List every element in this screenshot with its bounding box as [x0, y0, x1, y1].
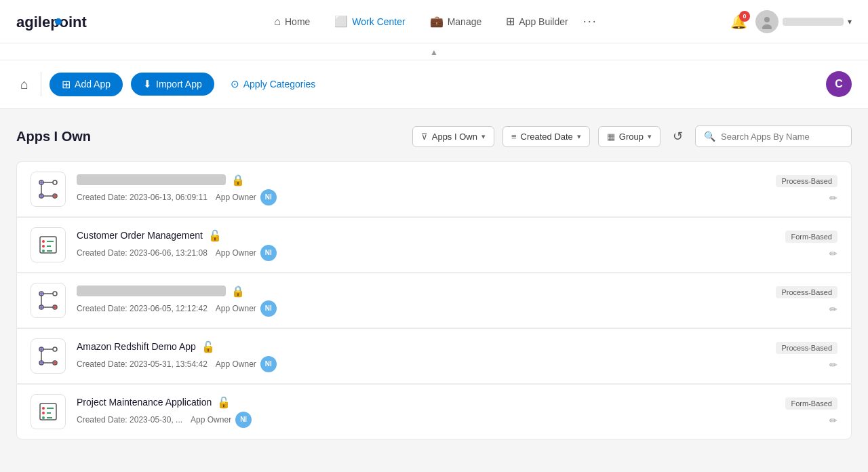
app-name — [77, 286, 226, 296]
app-name: Customer Order Management — [77, 230, 203, 241]
owner-avatar: NI — [260, 189, 277, 205]
app-name-row: 🔒 — [77, 285, 732, 298]
reset-filters-button[interactable]: ↺ — [669, 125, 687, 148]
search-box: 🔍 — [695, 125, 852, 147]
owner-avatar: NI — [260, 300, 277, 317]
list-item[interactable]: 🔒 Created Date: 2023-06-13, 06:09:11 App… — [16, 161, 852, 217]
app-right: Process-Based ✏ — [743, 286, 837, 315]
sort-icon: ≡ — [511, 132, 517, 142]
svg-point-5 — [53, 180, 57, 184]
svg-point-44 — [42, 412, 45, 414]
home-button[interactable]: ⌂ — [16, 73, 33, 96]
edit-icon[interactable]: ✏ — [829, 193, 837, 203]
nav-more-dots[interactable]: ··· — [583, 14, 597, 28]
app-icon — [31, 172, 66, 207]
edit-icon[interactable]: ✏ — [829, 304, 837, 315]
collapse-bar[interactable]: ▲ — [0, 43, 868, 60]
import-app-label: Import App — [156, 79, 202, 90]
owner-label: App Owner — [216, 359, 256, 369]
unlock-icon: 🔓 — [208, 229, 222, 242]
svg-point-28 — [40, 292, 43, 295]
categories-icon: ⊙ — [231, 78, 239, 90]
briefcase-icon: 💼 — [430, 15, 443, 28]
import-app-button[interactable]: ⬇ Import App — [131, 73, 214, 96]
app-icon — [31, 394, 66, 429]
app-list: 🔒 Created Date: 2023-06-13, 06:09:11 App… — [16, 161, 852, 439]
svg-point-19 — [42, 250, 45, 252]
nav-item-manage[interactable]: 💼 Manage — [420, 9, 492, 33]
notification-badge: 0 — [739, 11, 750, 22]
app-name-row: Project Maintenance Application 🔓 — [77, 396, 732, 409]
app-info: 🔒 Created Date: 2023-06-13, 06:09:11 App… — [77, 174, 732, 205]
filter-bar: Apps I Own ⊽ Apps I Own ▾ ≡ Created Date… — [16, 125, 852, 148]
unlock-icon: 🔓 — [217, 396, 231, 409]
svg-point-13 — [40, 195, 43, 197]
list-item[interactable]: Customer Order Management 🔓 Created Date… — [16, 217, 852, 273]
main-content: Apps I Own ⊽ Apps I Own ▾ ≡ Created Date… — [0, 109, 868, 456]
owner-badge: App Owner NI — [191, 412, 252, 428]
notifications-button[interactable]: 🔔 0 — [730, 14, 747, 30]
nav-label-workcenter: Work Center — [352, 16, 405, 27]
add-app-label: Add App — [75, 79, 111, 90]
app-name — [77, 174, 226, 185]
svg-point-15 — [42, 240, 45, 243]
apply-categories-button[interactable]: ⊙ Apply Categories — [222, 73, 324, 96]
app-created-date: Created Date: 2023-05-31, 13:54:42 — [77, 359, 208, 369]
svg-point-29 — [54, 306, 56, 309]
app-icon — [31, 283, 66, 318]
app-type-badge: Form-Based — [785, 231, 837, 243]
group-filter[interactable]: ▦ Group ▾ — [598, 126, 660, 147]
svg-point-22 — [53, 292, 57, 296]
app-right: Form-Based ✏ — [743, 231, 837, 259]
app-right: Process-Based ✏ — [743, 342, 837, 370]
svg-point-32 — [53, 347, 57, 351]
list-item[interactable]: 🔒 Created Date: 2023-06-05, 12:12:42 App… — [16, 273, 852, 328]
app-info: Customer Order Management 🔓 Created Date… — [77, 229, 732, 261]
svg-point-2 — [764, 17, 770, 22]
app-created-date: Created Date: 2023-06-06, 13:21:08 — [77, 248, 208, 258]
owner-label: App Owner — [216, 248, 256, 258]
nav-item-home[interactable]: ⌂ Home — [264, 10, 319, 33]
owner-badge: App Owner NI — [216, 300, 277, 317]
created-date-filter[interactable]: ≡ Created Date ▾ — [502, 126, 590, 147]
svg-point-42 — [42, 407, 45, 410]
svg-point-12 — [54, 195, 56, 197]
app-icon — [31, 227, 66, 262]
app-type-badge: Process-Based — [776, 286, 837, 298]
lock-icon: 🔒 — [231, 285, 245, 298]
app-created-date: Created Date: 2023-05-30, ... — [77, 415, 182, 425]
filter3-chevron: ▾ — [648, 132, 652, 141]
avatar — [755, 10, 778, 33]
apps-own-filter[interactable]: ⊽ Apps I Own ▾ — [412, 126, 494, 147]
filter1-label: Apps I Own — [432, 132, 477, 142]
app-type-badge: Process-Based — [776, 175, 837, 187]
user-menu[interactable]: ▾ — [755, 10, 852, 33]
edit-icon[interactable]: ✏ — [829, 359, 837, 370]
svg-text:agilepoint: agilepoint — [16, 14, 87, 31]
owner-label: App Owner — [216, 193, 256, 202]
nav-item-appbuilder[interactable]: ⊞ App Builder — [496, 9, 577, 33]
list-item[interactable]: Amazon Redshift Demo App 🔓 Created Date:… — [16, 328, 852, 384]
nav-item-workcenter[interactable]: ⬜ Work Center — [325, 9, 414, 33]
owner-avatar: NI — [235, 412, 252, 428]
nav-label-home: Home — [285, 16, 310, 27]
import-icon: ⬇ — [143, 78, 152, 90]
user-avatar-circle[interactable]: C — [826, 71, 852, 97]
owner-avatar: NI — [260, 245, 277, 261]
app-meta: Created Date: 2023-06-05, 12:12:42 App O… — [77, 300, 732, 317]
edit-icon[interactable]: ✏ — [829, 248, 837, 259]
list-item[interactable]: Project Maintenance Application 🔓 Create… — [16, 384, 852, 439]
logo: agilepoint — [16, 9, 104, 34]
app-meta: Created Date: 2023-06-06, 13:21:08 App O… — [77, 245, 732, 261]
filter2-chevron: ▾ — [577, 132, 581, 141]
grid-icon: ⊞ — [506, 15, 515, 28]
edit-icon[interactable]: ✏ — [829, 415, 837, 426]
app-name: Project Maintenance Application — [77, 397, 212, 408]
app-meta: Created Date: 2023-06-13, 06:09:11 App O… — [77, 189, 732, 205]
app-created-date: Created Date: 2023-06-13, 06:09:11 — [77, 193, 208, 202]
filter2-label: Created Date — [521, 132, 573, 142]
add-app-button[interactable]: ⊞ Add App — [50, 73, 123, 96]
group-icon: ▦ — [607, 132, 615, 142]
search-input[interactable] — [721, 132, 843, 142]
svg-point-1 — [55, 18, 62, 25]
